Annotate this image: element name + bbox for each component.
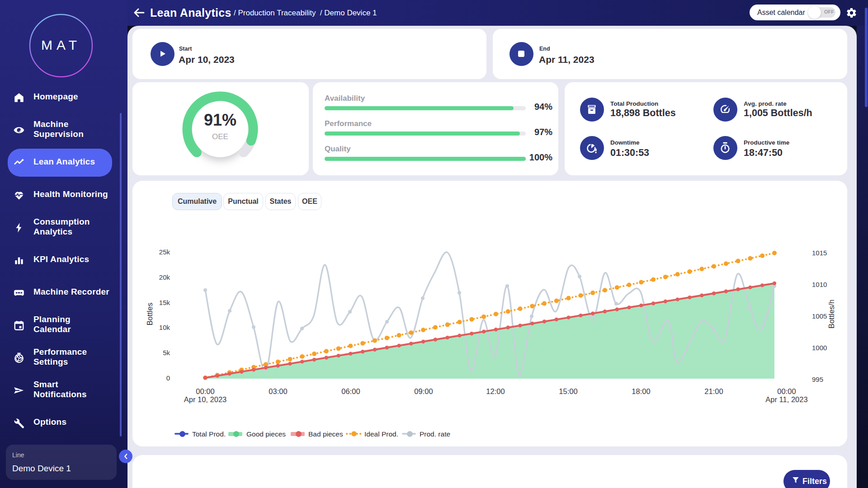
svg-text:OEE: OEE: [212, 132, 228, 141]
svg-text:MAT: MAT: [41, 38, 81, 52]
svg-text:91%: 91%: [204, 111, 236, 129]
